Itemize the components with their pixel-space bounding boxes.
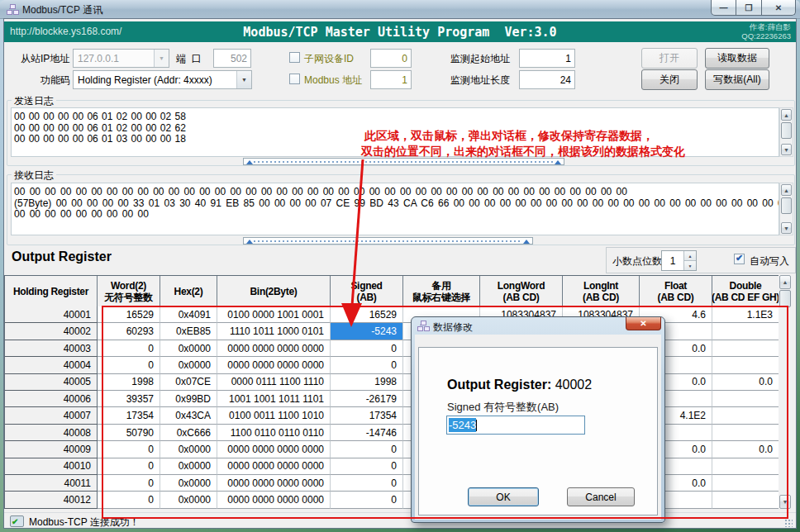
function-value: Holding Register (Addr: 4xxxx) — [74, 74, 236, 86]
row-header: 40001 — [5, 306, 98, 323]
app-header: http://blockke.ys168.com/ Modbus/TCP Mas… — [4, 21, 796, 42]
recv-log-vscrollbar[interactable]: ▲ ▼ — [779, 183, 793, 235]
close-button[interactable]: ✕ — [762, 0, 796, 16]
dropdown-arrow-icon: ▼ — [236, 71, 251, 88]
function-combobox[interactable]: Holding Register (Addr: 4xxxx) ▼ — [73, 70, 252, 89]
open-button[interactable]: 打开 — [641, 48, 698, 69]
port-input[interactable]: 502 — [213, 49, 251, 68]
row-header: 40009 — [5, 441, 98, 458]
author-info: 作者:薛自影 QQ:22236263 — [741, 22, 791, 40]
send-log-vscrollbar[interactable]: ▲ ▼ — [779, 107, 793, 157]
decimal-value: 1 — [662, 251, 683, 270]
autowrite-label: 自动写入 — [750, 254, 789, 268]
start-address-input[interactable]: 1 — [519, 49, 575, 68]
author-qq: QQ:22236263 — [741, 31, 791, 40]
write-data-button[interactable]: 写数据(All) — [705, 69, 769, 90]
close-conn-button[interactable]: 关闭 — [641, 69, 698, 90]
decimal-spinner[interactable]: 1 ▲▼ — [661, 250, 697, 271]
log-line: (57Byte) 00 00 00 00 00 33 01 03 30 40 9… — [14, 198, 779, 210]
author-name: 作者:薛自影 — [741, 22, 791, 31]
log-line: 00 00 00 00 00 00 00 00 00 — [14, 209, 779, 221]
app-icon — [7, 4, 19, 15]
read-data-button[interactable]: 读取数据 — [705, 48, 769, 69]
window-title: Modbus/TCP 通讯 — [22, 3, 102, 17]
row-header: 40003 — [5, 340, 98, 357]
subnet-id-input[interactable]: 0 — [370, 49, 412, 68]
annotation-line2: 双击的位置不同，出来的对话框不同，根据该列的数据格式变化 — [361, 145, 685, 159]
modbus-addr-label: Modbus 地址 — [304, 74, 362, 88]
subnet-checkbox[interactable] — [289, 52, 300, 63]
table-column-header: Hex(2) — [160, 276, 217, 307]
screen: Modbus/TCP 通讯 — ❐ ✕ http://blockke.ys168… — [0, 0, 800, 532]
function-code-label: 功能码 — [40, 74, 70, 88]
length-input[interactable]: 24 — [519, 70, 575, 89]
table-column-header: Double(AB CD EF GH) — [712, 276, 779, 307]
log-line: 00 00 00 00 00 06 01 02 00 00 02 58 — [14, 112, 779, 123]
output-register-title: Output Register — [12, 249, 112, 264]
ip-combobox[interactable]: 127.0.0.1 ▼ — [73, 49, 169, 68]
table-header: Holding RegisterWord(2)无符号整数Hex(2)Bin(2B… — [4, 275, 779, 307]
row-header: 40002 — [5, 323, 98, 340]
modbus-addr-input[interactable]: 1 — [370, 70, 412, 89]
modbus-addr-checkbox[interactable] — [289, 74, 300, 84]
recv-log-textarea[interactable]: 00 00 00 00 00 00 00 00 00 00 00 00 00 0… — [11, 183, 779, 235]
row-header: 40007 — [5, 407, 98, 424]
port-label: 端 口 — [176, 52, 202, 66]
start-address-label: 监测起始地址 — [450, 52, 510, 66]
table-column-header: Signed(AB) — [331, 276, 403, 307]
spinner-arrows[interactable]: ▲▼ — [683, 251, 696, 270]
connection-check-icon: ✔ — [12, 517, 18, 526]
table-column-header: Float(AB CD) — [640, 276, 712, 307]
decimal-label: 小数点位数: — [612, 254, 664, 268]
row-header: 40006 — [5, 391, 98, 407]
row-header: 40005 — [5, 374, 98, 391]
annotation-line1: 此区域，双击鼠标，弹出对话框，修改保持寄存器数据， — [364, 129, 654, 144]
recv-log-hscrollbar[interactable] — [243, 237, 533, 245]
resize-grip[interactable] — [784, 519, 793, 527]
ip-value: 127.0.0.1 — [74, 53, 154, 64]
program-title: Modbus/TCP Master Utility Program Ver:3.… — [4, 25, 796, 40]
row-header: 40011 — [5, 475, 98, 492]
table-column-header: Holding Register — [5, 276, 98, 307]
window-buttons: — ❐ ✕ — [711, 0, 796, 16]
window-titlebar: Modbus/TCP 通讯 — ❐ ✕ — [0, 0, 800, 19]
table-column-header: LongWord(AB CD) — [480, 276, 563, 307]
row-header: 40008 — [5, 425, 98, 441]
recv-log-label: 接收日志 — [12, 169, 56, 183]
row-header: 40012 — [5, 492, 98, 508]
minimize-button[interactable]: — — [711, 0, 736, 16]
length-label: 监测地址长度 — [450, 74, 510, 88]
send-log-label: 发送日志 — [12, 94, 56, 108]
ip-label: 从站IP地址 — [21, 52, 69, 66]
autowrite-checkbox[interactable] — [734, 254, 745, 264]
table-column-header: Word(2)无符号整数 — [98, 276, 160, 307]
row-header: 40010 — [5, 458, 98, 475]
table-column-header: 备用鼠标右键选择 — [403, 276, 480, 307]
annotation-rectangle — [102, 306, 788, 519]
table-column-header: LongInt(AB CD) — [563, 276, 640, 307]
subnet-label: 子网设备ID — [304, 52, 354, 66]
maximize-button[interactable]: ❐ — [736, 0, 762, 16]
table-column-header: Bin(2Byte) — [217, 276, 331, 307]
row-header: 40004 — [5, 357, 98, 373]
log-line: 00 00 00 00 00 00 00 00 00 00 00 00 00 0… — [14, 187, 779, 198]
dropdown-arrow-icon: ▼ — [154, 50, 169, 67]
